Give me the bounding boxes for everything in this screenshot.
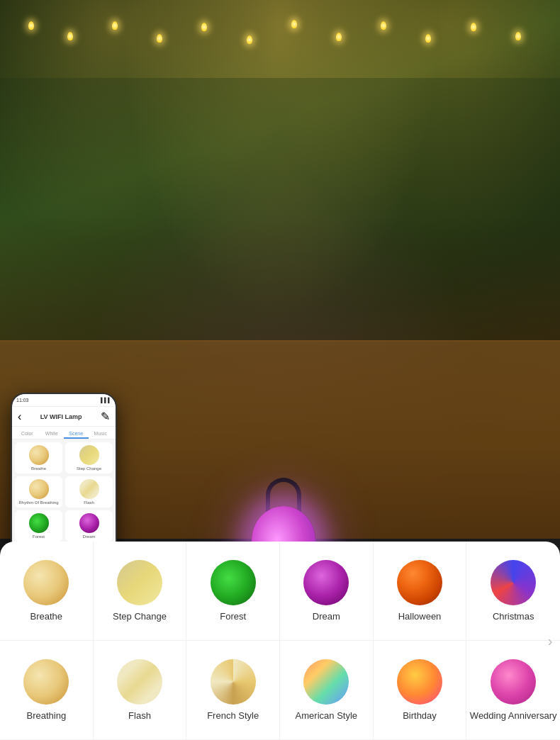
wedding-anniversary-label: Wedding Anniversary [470,710,557,721]
halloween-label: Halloween [398,611,442,622]
scenes-grid: Breathe Step Change Forest Dream Hallowe… [0,542,560,740]
forest-label: Forest [220,611,246,622]
christmas-icon [491,560,536,605]
scene-forest[interactable]: Forest [186,542,280,641]
phone-tab-color[interactable]: Color [15,430,40,439]
phone-battery: ▌▌▌ [101,398,111,403]
birthday-label: Birthday [403,710,437,721]
halloween-icon [397,560,442,605]
breathing-icon [23,659,69,705]
flash-icon [117,659,162,705]
flash-label: Flash [128,710,151,721]
phone-tab-music[interactable]: Music [89,430,113,439]
dream-label: Dream [313,611,340,622]
phone-scene-rhythm[interactable]: Rhythm Of Breathing [15,476,62,508]
step-change-icon [117,560,162,605]
scene-french-style[interactable]: French Style [186,641,280,740]
scroll-right-arrow[interactable]: › [542,620,559,662]
phone-tab-white[interactable]: White [40,430,65,439]
breathing-label: Breathing [27,710,67,721]
phone-back-icon[interactable]: ‹ [18,410,21,423]
phone-app-title: LV WIFI Lamp [40,413,82,420]
scene-step-change[interactable]: Step Change [94,542,187,641]
scene-halloween[interactable]: Halloween [374,542,467,641]
american-style-icon [303,659,349,705]
american-style-label: American Style [296,710,357,721]
string-lights [0,7,560,50]
phone-tab-scene[interactable]: Scene [64,430,89,439]
scene-birthday[interactable]: Birthday [374,641,467,740]
phone-edit-icon[interactable]: ✎ [101,410,110,423]
scene-flash[interactable]: Flash [94,641,187,740]
christmas-label: Christmas [493,611,534,622]
phone-scene-forest[interactable]: Forest [15,510,62,542]
birthday-icon [397,659,442,705]
breathe-icon [23,560,69,605]
phone-tabs: Color White Scene Music [12,427,116,439]
breathe-label: Breathe [30,611,63,622]
bottom-panel: Breathe Step Change Forest Dream Hallowe… [0,542,560,740]
french-style-label: French Style [207,710,259,721]
scene-dream[interactable]: Dream [280,542,374,641]
phone-scene-breathe[interactable]: Breathe [15,442,62,473]
phone-status-bar: 11:03 ▌▌▌ [12,394,116,407]
phone-scene-step-change[interactable]: Step Change [65,442,113,473]
dream-icon [303,560,349,605]
step-change-label: Step Change [113,611,167,622]
scene-breathing[interactable]: Breathing [0,641,94,740]
phone-time: 11:03 [16,398,29,403]
forest-icon [211,560,256,605]
phone-scene-flash[interactable]: Flash [65,476,113,508]
french-style-icon [211,659,256,705]
scene-american-style[interactable]: American Style [280,641,374,740]
wedding-anniversary-icon [491,659,536,705]
phone-header: ‹ LV WIFI Lamp ✎ [12,407,116,427]
scene-breathe[interactable]: Breathe [0,542,94,641]
phone-scene-dream[interactable]: Dream [65,510,113,542]
